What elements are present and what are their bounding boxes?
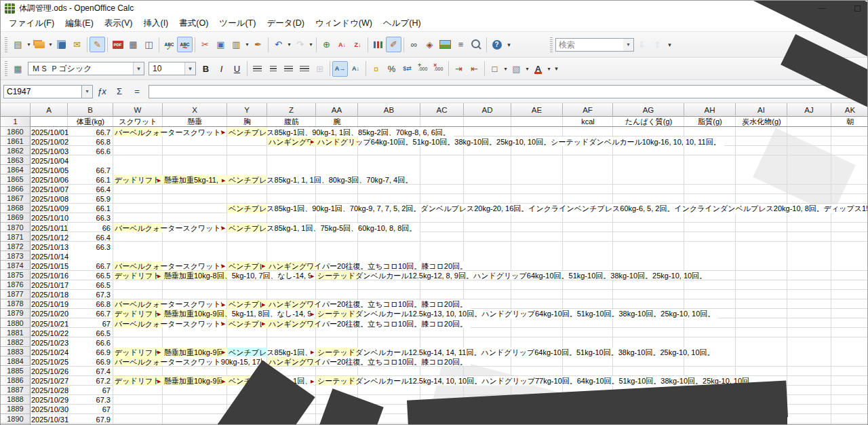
cell-AA1883[interactable]: シーテッドダンベルカール12.5kg-14, 14, 11回。ハンドグリップ64… <box>317 348 715 357</box>
cell-W1883[interactable]: デッドリフト90kg-8 <box>115 348 157 357</box>
cell-A1890[interactable]: 2025/10/31 <box>31 415 66 424</box>
row-header-1862[interactable]: 1862 <box>1 146 31 155</box>
toolbar-grip[interactable] <box>5 37 7 52</box>
cell-A1861[interactable]: 2025/10/02 <box>31 138 66 147</box>
sort-ascending-icon[interactable]: A↓ <box>334 37 350 52</box>
font-name-combobox[interactable]: ＭＳ Ｐゴシック ▼ <box>28 62 144 75</box>
cell-Y1865[interactable]: ベンチプレス85kg-1, 1, 1回、80kg-3回、70kg-7, 4回。 <box>229 176 412 185</box>
cut-icon[interactable]: ✂ <box>197 37 213 52</box>
cell-B1864[interactable]: 66.7 <box>68 166 111 175</box>
menu-item-8[interactable]: ウィンドウ(W) <box>310 16 378 31</box>
cell-AG1[interactable]: たんぱく質(g) <box>613 117 684 127</box>
cell-AH1[interactable]: 脂質(g) <box>684 117 736 127</box>
cell-Y1880[interactable]: ベンチプレス8 <box>229 320 262 329</box>
toolbar-more-icon[interactable]: ▾ <box>505 37 513 52</box>
column-header-AJ[interactable]: AJ <box>787 103 831 117</box>
cell-A1871[interactable]: 2025/10/12 <box>31 234 66 242</box>
cell-A1872[interactable]: 2025/10/13 <box>31 243 66 252</box>
cell-B1862[interactable]: 66.6 <box>68 147 111 156</box>
cell-A1866[interactable]: 2025/10/07 <box>31 185 66 194</box>
cell-B1878[interactable]: 66.8 <box>68 300 111 309</box>
font-size-combobox[interactable]: 10 ▼ <box>149 62 196 75</box>
autospellcheck-icon[interactable] <box>177 37 193 52</box>
chevron-down-icon[interactable]: ▼ <box>133 62 144 75</box>
cell-highlight-Y1886[interactable] <box>227 376 267 385</box>
save-icon[interactable] <box>54 37 69 52</box>
column-header-W[interactable]: W <box>113 103 163 117</box>
cell-highlight-W1870[interactable] <box>113 223 163 232</box>
delete-decimal-icon[interactable] <box>431 61 446 77</box>
cell-B1865[interactable]: 66.1 <box>68 176 111 185</box>
formula-input-line[interactable] <box>149 85 867 98</box>
align-center-icon[interactable] <box>265 61 281 77</box>
row-header-1860[interactable]: 1860 <box>1 127 31 136</box>
column-header-B[interactable]: B <box>68 103 113 117</box>
row-header-1872[interactable]: 1872 <box>1 242 31 251</box>
cell-B1886[interactable]: 67.2 <box>68 377 111 386</box>
cell-A1886[interactable]: 2025/10/27 <box>31 377 66 386</box>
cell-A1865[interactable]: 2025/10/06 <box>31 176 66 185</box>
navigator-icon[interactable]: ◈ <box>422 37 437 52</box>
row-header-1886[interactable]: 1886 <box>1 376 31 386</box>
cell-W1[interactable]: スクワット <box>113 117 163 127</box>
zoom-icon[interactable] <box>469 37 484 52</box>
row-header-1868[interactable]: 1868 <box>1 204 31 213</box>
send-email-icon[interactable]: ✉ <box>69 37 85 52</box>
cell-A1867[interactable]: 2025/10/08 <box>31 195 66 204</box>
row-header-1863[interactable]: 1863 <box>1 155 31 165</box>
italic-icon[interactable]: I <box>214 61 229 77</box>
page-preview-icon[interactable]: ◫ <box>141 37 157 52</box>
cell-B1875[interactable]: 66.5 <box>68 272 111 280</box>
cell-highlight-AA1883[interactable] <box>316 348 358 356</box>
row-header-1871[interactable]: 1871 <box>1 232 31 242</box>
find-next-icon[interactable]: ⇩ <box>634 37 650 52</box>
search-input[interactable] <box>555 38 623 52</box>
cell-B1872[interactable]: 66.3 <box>68 243 111 252</box>
cell-highlight-AA1875[interactable] <box>316 271 358 280</box>
cell-A1876[interactable]: 2025/10/17 <box>31 281 66 290</box>
cell-Y1860[interactable]: ベンチプレス85kg-1回、90kg-1, 1回、85kg-2回、70kg-8,… <box>229 128 450 137</box>
column-header-AB[interactable]: AB <box>358 103 420 117</box>
find-and-replace-icon[interactable]: ∞ <box>406 37 422 52</box>
align-left-icon[interactable] <box>250 61 265 77</box>
cell-highlight-AA1879[interactable] <box>316 310 358 318</box>
edit-mode-icon[interactable]: ✎ <box>90 37 105 52</box>
cell-B1874[interactable]: 66.7 <box>68 262 111 271</box>
cell-A1887[interactable]: 2025/10/28 <box>31 386 66 395</box>
undo-dropdown-icon[interactable]: ▾ <box>286 41 292 48</box>
cell-AK1[interactable]: 朝 <box>831 117 868 127</box>
menu-item-2[interactable]: 編集(E) <box>60 16 99 31</box>
cell-A1877[interactable]: 2025/10/18 <box>31 291 66 299</box>
cell-highlight-Y1860[interactable] <box>227 128 267 136</box>
row-header-1[interactable]: 1 <box>1 117 31 127</box>
currency-format-icon[interactable]: ¤ <box>368 61 384 77</box>
cell-highlight-Y1883[interactable] <box>227 348 267 356</box>
underline-icon[interactable]: U <box>229 61 245 77</box>
cell-B1882[interactable]: 66.6 <box>68 339 111 348</box>
cell-B1879[interactable]: 66.7 <box>68 310 111 318</box>
cell-A1875[interactable]: 2025/10/16 <box>31 272 66 280</box>
menu-item-6[interactable]: ツール(T) <box>214 16 261 31</box>
text-direction-ltr-icon[interactable] <box>332 61 348 77</box>
cell-A1873[interactable]: 2025/10/14 <box>31 253 66 261</box>
column-header-AC[interactable]: AC <box>420 103 464 117</box>
export-pdf-icon[interactable] <box>110 37 125 52</box>
cell-AA1[interactable]: 腕 <box>316 117 358 127</box>
cell-highlight-Z1874[interactable] <box>267 261 316 270</box>
cell-Z1884[interactable]: ハンギングワイパー20往復。立ちコロ10回。膝コロ20回。 <box>269 358 467 367</box>
cell-highlight-AA1861[interactable] <box>316 137 358 146</box>
cell-A1888[interactable]: 2025/10/29 <box>31 396 66 405</box>
menu-item-7[interactable]: データ(D) <box>261 16 309 31</box>
clone-formatting-icon[interactable]: ✒ <box>250 37 266 52</box>
row-header-1876[interactable]: 1876 <box>1 280 31 290</box>
cell-W1860[interactable]: バーベルクォータースクワット90kg-15 <box>115 128 222 137</box>
toolbar-grip[interactable] <box>5 61 7 76</box>
paste-dropdown-icon[interactable]: ▾ <box>244 41 250 48</box>
row-header-1887[interactable]: 1887 <box>1 386 31 395</box>
cell-B1883[interactable]: 66.9 <box>68 348 111 357</box>
column-header-A[interactable]: A <box>31 103 68 117</box>
row-header-1875[interactable]: 1875 <box>1 271 31 280</box>
row-header-1881[interactable]: 1881 <box>1 328 31 337</box>
cell-A1879[interactable]: 2025/10/20 <box>31 310 66 318</box>
cell-highlight-Z1878[interactable] <box>267 300 316 309</box>
